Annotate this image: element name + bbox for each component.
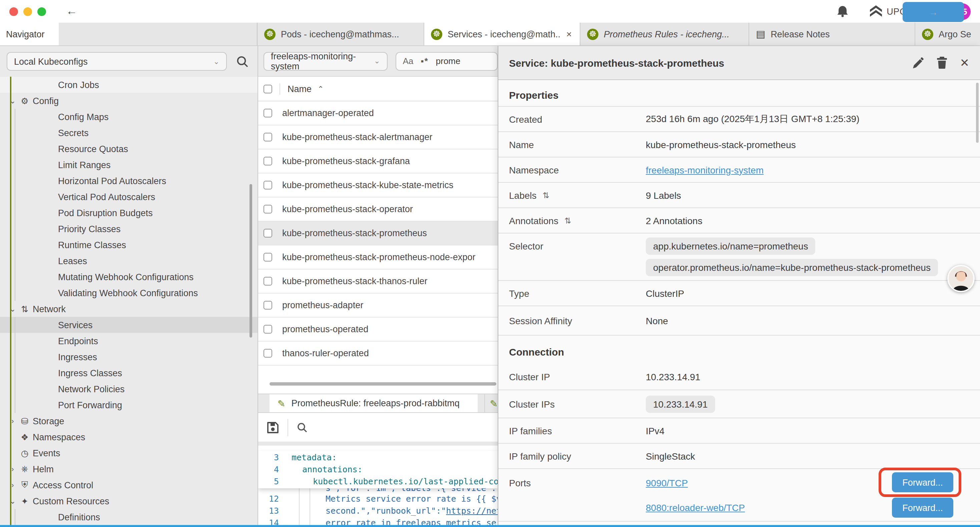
- namespace-link[interactable]: freeleaps-monitoring-system: [646, 164, 764, 175]
- row-checkbox[interactable]: [264, 157, 272, 166]
- sidebar-tree-item[interactable]: Ingress Classes: [0, 365, 258, 381]
- name-column-header[interactable]: Name: [288, 84, 312, 94]
- table-row[interactable]: alertmanager-operated: [258, 101, 498, 126]
- sidebar-tree-item[interactable]: Services: [0, 317, 258, 333]
- table-row[interactable]: kube-prometheus-stack-operator: [258, 197, 498, 221]
- save-icon[interactable]: [267, 421, 279, 433]
- tree-chevron-icon[interactable]: ›: [7, 465, 19, 473]
- sidebar-scrollbar[interactable]: [250, 184, 252, 338]
- detail-scrollbar[interactable]: [976, 83, 978, 143]
- regex-toggle[interactable]: ▪*: [421, 56, 428, 66]
- table-row[interactable]: kube-prometheus-stack-kube-state-metrics: [258, 174, 498, 197]
- select-all-checkbox[interactable]: [264, 84, 272, 93]
- sidebar-tree-item[interactable]: Endpoints: [0, 333, 258, 349]
- sort-toggle-icon[interactable]: ⇅: [565, 216, 571, 225]
- sidebar-tree-item[interactable]: Ingresses: [0, 349, 258, 365]
- editor-search-icon[interactable]: [297, 422, 307, 433]
- row-checkbox[interactable]: [264, 301, 272, 309]
- sort-ascending-icon[interactable]: ⌃: [318, 84, 323, 93]
- annotations-count[interactable]: 2 Annotations: [646, 215, 703, 226]
- tab[interactable]: ▤ Release Notes: [749, 23, 915, 45]
- editor-tab[interactable]: ✎ PrometheusRule: freeleaps-prod-rabbitm…: [269, 394, 478, 412]
- row-checkbox[interactable]: [264, 349, 272, 358]
- row-checkbox[interactable]: [264, 109, 272, 118]
- sidebar-tree-item[interactable]: Cron Jobs: [0, 77, 258, 93]
- sidebar-tree-item[interactable]: Priority Classes: [0, 221, 258, 237]
- filter-search-input[interactable]: Aa ▪* prome: [395, 52, 498, 70]
- minimize-window-icon[interactable]: [23, 7, 32, 16]
- sidebar-tree-item[interactable]: Leases: [0, 253, 258, 269]
- row-checkbox[interactable]: [264, 277, 272, 285]
- namespace-select[interactable]: freeleaps-monitoring-system ⌄: [264, 52, 387, 70]
- sidebar-search-icon[interactable]: [236, 55, 249, 68]
- close-tab-icon[interactable]: ×: [565, 29, 573, 39]
- sidebar-tree-item[interactable]: › ⛨ Access Control: [0, 477, 258, 493]
- table-row[interactable]: kube-prometheus-stack-thanos-ruler: [258, 269, 498, 293]
- tree-chevron-icon[interactable]: ⌄: [7, 497, 19, 505]
- sidebar-tree-item[interactable]: Validating Webhook Configurations: [0, 285, 258, 301]
- table-row[interactable]: prometheus-operated: [258, 318, 498, 342]
- row-checkbox[interactable]: [264, 229, 272, 237]
- row-checkbox[interactable]: [264, 325, 272, 334]
- row-checkbox[interactable]: [264, 205, 272, 213]
- horizontal-scrollbar[interactable]: [269, 382, 496, 385]
- sidebar-tree-item[interactable]: Vertical Pod Autoscalers: [0, 189, 258, 205]
- sidebar-tree-item[interactable]: ⌄ ⚙ Config: [0, 93, 258, 109]
- tab[interactable]: ☸ Services - icecheng@math... ×: [424, 23, 581, 45]
- sidebar-tree-item[interactable]: ⌄ ✦ Custom Resources: [0, 493, 258, 509]
- labels-count[interactable]: 9 Labels: [646, 190, 681, 201]
- forward-arrow-icon[interactable]: →: [903, 2, 964, 22]
- back-arrow-icon[interactable]: ←: [66, 5, 77, 18]
- sidebar-tree-item[interactable]: Pod Disruption Budgets: [0, 205, 258, 221]
- code-link[interactable]: https://net: [446, 505, 498, 515]
- tree-chevron-icon[interactable]: ›: [7, 481, 19, 489]
- tab[interactable]: ☸ Argo Se: [915, 23, 980, 45]
- sidebar-tree-item[interactable]: ❖ Namespaces: [0, 429, 258, 445]
- sidebar-tree-item[interactable]: Definitions: [0, 509, 258, 525]
- sidebar-tree-item[interactable]: Secrets: [0, 125, 258, 141]
- close-window-icon[interactable]: [10, 7, 18, 16]
- trash-icon[interactable]: [937, 57, 947, 69]
- port-link[interactable]: 9090/TCP: [646, 477, 688, 488]
- tree-chevron-icon[interactable]: ⌄: [7, 304, 19, 313]
- sidebar-tree-item[interactable]: Port Forwarding: [0, 397, 258, 413]
- sidebar-tree-item[interactable]: Limit Ranges: [0, 157, 258, 173]
- sidebar-tree-item[interactable]: Horizontal Pod Autoscalers: [0, 173, 258, 189]
- editor-tab-partial[interactable]: ✎: [485, 394, 498, 412]
- port-link[interactable]: 8080:reloader-web/TCP: [646, 502, 745, 513]
- forward-button[interactable]: Forward...: [892, 472, 953, 492]
- kubeconfig-select[interactable]: Local Kubeconfigs ⌄: [7, 52, 227, 71]
- match-case-toggle[interactable]: Aa: [402, 56, 413, 66]
- tab[interactable]: ☸ Pods - icecheng@mathmas...: [258, 23, 424, 45]
- sidebar-tree-item[interactable]: Mutating Webhook Configurations: [0, 269, 258, 285]
- sort-toggle-icon[interactable]: ⇅: [543, 191, 549, 200]
- row-checkbox[interactable]: [264, 133, 272, 142]
- table-row[interactable]: kube-prometheus-stack-alertmanager: [258, 126, 498, 150]
- row-checkbox[interactable]: [264, 181, 272, 189]
- sidebar-tree-item[interactable]: ⌄ ⇅ Network: [0, 301, 258, 317]
- sidebar-tree-item[interactable]: Runtime Classes: [0, 237, 258, 253]
- bell-icon[interactable]: [837, 5, 849, 18]
- yaml-editor[interactable]: 3 metadata: 4 annotations: 5 kubectl.kub…: [258, 446, 498, 525]
- close-panel-icon[interactable]: ✕: [960, 56, 970, 70]
- sidebar-tree-item[interactable]: Resource Quotas: [0, 141, 258, 157]
- tab-navigator[interactable]: Navigator: [0, 23, 59, 45]
- table-row[interactable]: kube-prometheus-stack-prometheus: [258, 221, 498, 245]
- sidebar-tree-item[interactable]: › ⎈ Helm: [0, 461, 258, 477]
- forward-button[interactable]: Forward...: [892, 498, 953, 517]
- table-row[interactable]: kube-prometheus-stack-grafana: [258, 150, 498, 174]
- user-avatar[interactable]: [947, 265, 975, 292]
- tree-chevron-icon[interactable]: ›: [7, 417, 19, 425]
- table-row[interactable]: kube-prometheus-stack-prometheus-node-ex…: [258, 245, 498, 269]
- row-checkbox[interactable]: [264, 253, 272, 261]
- tree-chevron-icon[interactable]: ⌄: [7, 96, 19, 105]
- table-row[interactable]: prometheus-adapter: [258, 293, 498, 318]
- sidebar-tree-item[interactable]: ◷ Events: [0, 445, 258, 461]
- tab[interactable]: ☸ Prometheus Rules - icecheng...: [581, 23, 749, 45]
- maximize-window-icon[interactable]: [37, 7, 46, 16]
- edit-pencil-icon[interactable]: [913, 57, 924, 68]
- sidebar-tree-item[interactable]: Config Maps: [0, 109, 258, 125]
- table-row[interactable]: thanos-ruler-operated: [258, 342, 498, 366]
- sidebar-tree-item[interactable]: › ⛁ Storage: [0, 413, 258, 429]
- sidebar-tree-item[interactable]: Network Policies: [0, 381, 258, 397]
